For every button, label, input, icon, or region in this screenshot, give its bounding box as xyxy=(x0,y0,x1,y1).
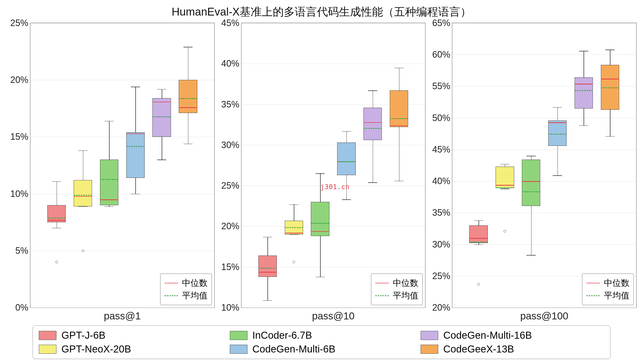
whisker-cap xyxy=(605,136,615,137)
whisker-cap xyxy=(263,300,272,301)
whisker-cap xyxy=(105,206,114,207)
whisker-cap xyxy=(157,89,166,90)
swatch xyxy=(230,345,247,354)
grid-line xyxy=(452,150,636,150)
x-label: pass@10 xyxy=(241,310,425,322)
y-tick-label: 40% xyxy=(427,176,450,186)
median-line xyxy=(522,181,540,182)
whisker-cap xyxy=(368,90,377,91)
grid-line xyxy=(241,308,425,308)
median-line xyxy=(548,122,567,123)
legend-row-median: 中位数 xyxy=(586,277,629,289)
grid-line xyxy=(241,23,425,23)
median-line xyxy=(469,238,488,239)
whisker-cap xyxy=(52,228,61,228)
median-line xyxy=(390,126,408,126)
whisker-cap xyxy=(342,131,351,132)
mean-line xyxy=(601,87,619,88)
box-CodeGen-Multi-16B xyxy=(363,108,382,140)
panel-pass100: 20%25%30%35%40%45%50%55%60%65%pass@100中位… xyxy=(452,23,636,308)
legend-label: 中位数 xyxy=(393,277,418,289)
box-CodeGeeX-13B xyxy=(390,90,408,127)
mean-line xyxy=(285,227,303,228)
legend-row-median: 中位数 xyxy=(375,277,418,289)
box-CodeGen-Multi-6B xyxy=(548,120,567,146)
legend-label: 平均值 xyxy=(604,290,629,301)
watermark: j301.cn xyxy=(320,183,350,191)
mean-line xyxy=(469,242,488,242)
median-line xyxy=(496,185,514,186)
legend-item-GPT-J-6B: GPT-J-6B xyxy=(39,330,222,341)
mean-line xyxy=(363,128,382,129)
grid-line xyxy=(241,145,425,145)
median-line xyxy=(285,233,303,233)
y-tick-label: 15% xyxy=(5,132,28,142)
median-line xyxy=(601,79,619,79)
y-tick-label: 25% xyxy=(427,271,450,281)
whisker-cap xyxy=(183,47,193,47)
mean-line xyxy=(522,191,540,192)
chart-title: HumanEval-X基准上的多语言代码生成性能（五种编程语言） xyxy=(3,3,640,20)
whisker-cap xyxy=(131,87,140,87)
mean-line xyxy=(575,90,593,91)
legend-label: 平均值 xyxy=(182,290,208,301)
median-line xyxy=(152,102,171,102)
whisker-cap xyxy=(368,182,377,183)
whisker-cap xyxy=(316,173,325,174)
legend-item-CodeGeeX-13B: CodeGeeX-13B xyxy=(421,343,604,355)
y-tick-label: 10% xyxy=(216,302,239,313)
whisker-cap xyxy=(342,199,351,200)
inset-legend: 中位数平均值 xyxy=(160,274,212,305)
y-tick-label: 25% xyxy=(5,18,28,28)
box-GPT-J-6B xyxy=(47,205,66,222)
mean-line xyxy=(47,218,66,218)
y-tick-label: 45% xyxy=(427,144,450,155)
y-tick-label: 5% xyxy=(5,246,28,256)
legend-item-InCoder-6.7B: InCoder-6.7B xyxy=(230,330,413,341)
outlier xyxy=(293,261,295,263)
swatch xyxy=(39,345,56,354)
outlier xyxy=(82,250,84,252)
y-tick-label: 20% xyxy=(427,302,450,313)
panel-pass10: 10%15%20%25%30%35%40%45%pass@10中位数平均值j30… xyxy=(241,23,426,308)
inset-legend: 中位数平均值 xyxy=(371,274,423,305)
outlier xyxy=(504,230,506,232)
y-tick-label: 35% xyxy=(427,207,450,218)
median-line xyxy=(179,107,197,108)
x-label: pass@100 xyxy=(452,310,636,322)
box-CodeGen-Multi-16B xyxy=(575,77,593,108)
mean-sample xyxy=(375,295,389,296)
whisker-cap xyxy=(316,277,325,277)
grid-line xyxy=(30,194,214,194)
box-CodeGen-Multi-16B xyxy=(152,98,171,137)
grid-line xyxy=(30,23,214,23)
mean-line xyxy=(311,223,329,224)
grid-line xyxy=(452,308,636,308)
grid-line xyxy=(241,64,425,64)
legend-label: 中位数 xyxy=(182,277,208,289)
y-tick-label: 30% xyxy=(216,140,239,150)
y-tick-label: 30% xyxy=(427,239,450,250)
y-tick-label: 25% xyxy=(216,180,239,191)
outlier xyxy=(477,283,480,286)
grid-line xyxy=(452,55,636,55)
legend-label: GPT-J-6B xyxy=(61,330,106,341)
y-tick-label: 65% xyxy=(427,18,450,28)
mean-sample xyxy=(164,295,178,296)
y-tick-label: 15% xyxy=(216,262,239,272)
y-tick-label: 0% xyxy=(5,302,28,313)
mean-line xyxy=(337,161,355,162)
whisker-cap xyxy=(394,68,404,68)
box-GPT-J-6B xyxy=(469,225,488,243)
grid-line xyxy=(452,213,636,213)
whisker-cap xyxy=(605,50,615,50)
model-legend: GPT-J-6BInCoder-6.7BCodeGen-Multi-16BGPT… xyxy=(33,325,610,359)
grid-line xyxy=(452,23,636,23)
whisker-cap xyxy=(289,234,299,235)
legend-label: GPT-NeoX-20B xyxy=(61,343,131,355)
swatch xyxy=(421,345,438,354)
whisker-cap xyxy=(474,245,483,245)
grid-line xyxy=(30,137,214,137)
median-line xyxy=(258,272,277,273)
legend-label: CodeGen-Multi-6B xyxy=(252,343,335,355)
